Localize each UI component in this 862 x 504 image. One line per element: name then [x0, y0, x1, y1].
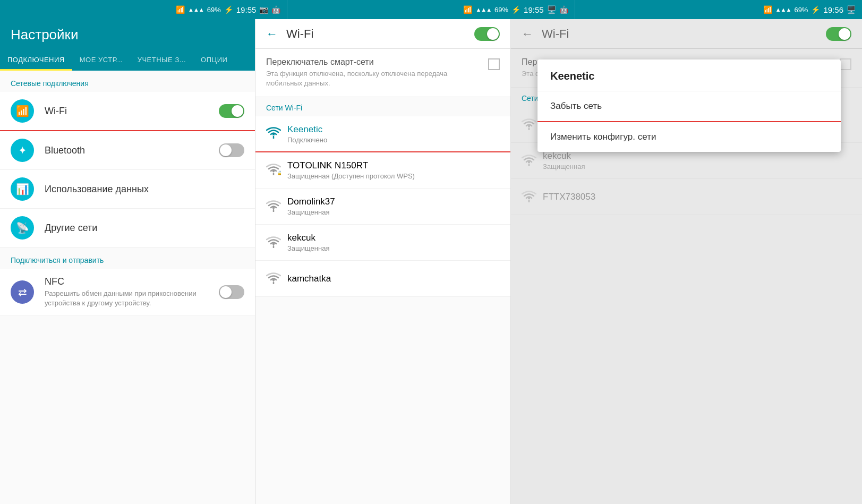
time-1: 19:55: [236, 5, 257, 14]
bolt-icon-3: ⚡: [811, 5, 820, 14]
battery-3: 69%: [794, 6, 808, 14]
wifi-title-2: Wi-Fi: [542, 27, 826, 41]
nfc-desc: Разрешить обмен данными при прикосновени…: [45, 289, 219, 308]
network-keenetic-1[interactable]: Keenetic Подключено: [255, 116, 510, 152]
network-totolink-1[interactable]: 🔒 TOTOLINK N150RT Защищенная (Доступен п…: [255, 152, 510, 189]
status-bar: 📶 ▲▲▲ 69% ⚡ 19:55 📷 🤖 📶 ▲▲▲ 69% ⚡ 19:55 …: [0, 0, 862, 19]
setting-data-usage[interactable]: 📊 Использование данных: [0, 170, 255, 209]
status-panel-3: 📶 ▲▲▲ 69% ⚡ 19:56 🖥️: [575, 0, 862, 19]
setting-wifi[interactable]: 📶 Wi-Fi: [0, 92, 255, 131]
wifi-text: Wi-Fi: [45, 106, 219, 117]
wifi-icon: 📶: [16, 105, 29, 117]
network-kamchatka-text-1: kamchatka: [287, 274, 500, 284]
wifi-signal-keenetic-1: [266, 126, 281, 142]
other-networks-name: Другие сети: [45, 223, 244, 234]
data-icon-circle: 📊: [11, 177, 34, 201]
network-domolink37-1[interactable]: Domolink37 Защищенная: [255, 189, 510, 225]
android-icon-2: 🤖: [559, 5, 568, 14]
data-usage-text: Использование данных: [45, 184, 244, 195]
wifi-signal-totolink-1: 🔒: [266, 163, 281, 178]
smart-checkbox-1[interactable]: [488, 58, 500, 70]
nfc-icon: ⇄: [18, 286, 27, 298]
bluetooth-icon-circle: ✦: [11, 139, 34, 162]
wifi-networks-header-1: Сети Wi-Fi: [255, 97, 510, 116]
tab-options[interactable]: ОПЦИИ: [193, 50, 235, 71]
back-button-2[interactable]: ←: [522, 27, 533, 41]
network-keenetic-text-1: Keenetic Подключено: [287, 124, 500, 144]
wifi-content-2: Переключатель смарт-сети Эта функция отк…: [511, 49, 862, 504]
network-kamchatka-1[interactable]: kamchatka: [255, 261, 510, 297]
wifi-toggle-thumb: [232, 105, 243, 117]
domolink37-status-1: Защищенная: [287, 208, 500, 216]
wifi-signal-kamchatka-1: [266, 271, 281, 286]
settings-tabs: ПОДКЛЮЧЕНИЯ МОЕ УСТР... УЧЕТНЫЕ З... ОПЦ…: [0, 50, 255, 71]
wifi-toggle-thumb-1: [487, 28, 499, 40]
popup-overlay[interactable]: Keenetic Забыть сеть Изменить конфигур. …: [511, 49, 862, 504]
networks-icon-circle: 📡: [11, 216, 34, 240]
wifi-panel-1: ← Wi-Fi Переключатель смарт-сети Эта фун…: [255, 19, 511, 504]
network-domolink37-text-1: Domolink37 Защищенная: [287, 197, 500, 216]
settings-title: Настройки: [11, 27, 79, 43]
bluetooth-text: Bluetooth: [45, 145, 219, 156]
totolink-name-1: TOTOLINK N150RT: [287, 160, 500, 171]
wifi-signal-domolink37-1: [266, 199, 281, 214]
wifi-status-icon-1: 📶: [176, 5, 185, 14]
signal-icon-3: ▲▲▲: [775, 6, 791, 13]
tab-my-device[interactable]: МОЕ УСТР...: [72, 50, 130, 71]
bolt-icon-2: ⚡: [511, 5, 520, 14]
wifi-toggle-header-1[interactable]: [474, 27, 500, 41]
nfc-toggle[interactable]: [219, 285, 244, 299]
domolink37-name-1: Domolink37: [287, 197, 500, 207]
nfc-name: NFC: [45, 276, 219, 287]
popup-menu: Keenetic Забыть сеть Изменить конфигур. …: [537, 59, 841, 152]
other-networks-text: Другие сети: [45, 223, 244, 234]
popup-forget-network[interactable]: Забыть сеть: [537, 91, 841, 122]
signal-icon-1: ▲▲▲: [188, 6, 204, 13]
wifi-panel-2: ← Wi-Fi Переключатель смарт-сети Эта фун…: [511, 19, 862, 504]
battery-1: 69%: [207, 6, 221, 14]
wifi-name: Wi-Fi: [45, 106, 219, 117]
smart-network-section-1: Переключатель смарт-сети Эта функция отк…: [255, 49, 510, 97]
bluetooth-icon: ✦: [18, 144, 27, 157]
wifi-signal-kekcuk-1: [266, 235, 281, 250]
network-totolink-text-1: TOTOLINK N150RT Защищенная (Доступен про…: [287, 160, 500, 180]
status-panel-2: 📶 ▲▲▲ 69% ⚡ 19:55 🖥️ 🤖: [287, 0, 575, 19]
settings-panel: Настройки ПОДКЛЮЧЕНИЯ МОЕ УСТР... УЧЕТНЫ…: [0, 19, 255, 504]
svg-rect-4: [272, 243, 275, 245]
tab-accounts[interactable]: УЧЕТНЫЕ З...: [130, 50, 193, 71]
time-2: 19:55: [524, 5, 544, 14]
bluetooth-name: Bluetooth: [45, 145, 219, 156]
svg-rect-0: [272, 133, 275, 135]
wifi-toggle-header-2[interactable]: [826, 27, 851, 41]
android-icon-1: 🤖: [271, 5, 280, 14]
nfc-icon-circle: ⇄: [11, 280, 34, 304]
section-header-connect: Подключиться и отправить: [0, 247, 255, 269]
main-area: Настройки ПОДКЛЮЧЕНИЯ МОЕ УСТР... УЧЕТНЫ…: [0, 19, 862, 504]
keenetic-status-1: Подключено: [287, 136, 500, 144]
battery-2: 69%: [494, 6, 508, 14]
setting-bluetooth[interactable]: ✦ Bluetooth: [0, 131, 255, 170]
setting-nfc[interactable]: ⇄ NFC Разрешить обмен данными при прикос…: [0, 269, 255, 316]
wifi-status-icon-2: 📶: [463, 5, 472, 14]
back-button-1[interactable]: ←: [266, 27, 278, 41]
nfc-text: NFC Разрешить обмен данными при прикосно…: [45, 276, 219, 308]
setting-other-networks[interactable]: 📡 Другие сети: [0, 209, 255, 247]
wifi-toggle[interactable]: [219, 104, 244, 118]
wifi-header-1: ← Wi-Fi: [255, 19, 510, 49]
other-networks-icon: 📡: [16, 221, 29, 234]
status-panel-1: 📶 ▲▲▲ 69% ⚡ 19:55 📷 🤖: [0, 0, 287, 19]
smart-text-1: Переключатель смарт-сети Эта функция отк…: [266, 57, 480, 88]
signal-icon-2: ▲▲▲: [475, 6, 491, 13]
tab-connections[interactable]: ПОДКЛЮЧЕНИЯ: [0, 50, 72, 71]
svg-text:🔒: 🔒: [277, 170, 281, 175]
network-kekcuk-1[interactable]: kekcuk Защищенная: [255, 225, 510, 261]
wifi-header-2: ← Wi-Fi: [511, 19, 862, 49]
bluetooth-toggle[interactable]: [219, 143, 244, 157]
data-usage-name: Использование данных: [45, 184, 244, 195]
wifi-icon-circle: 📶: [11, 99, 34, 123]
bluetooth-toggle-thumb: [220, 144, 232, 156]
wifi-toggle-thumb-2: [839, 28, 850, 40]
nfc-toggle-thumb: [220, 286, 232, 298]
popup-change-config[interactable]: Изменить конфигур. сети: [537, 122, 841, 152]
network-kekcuk-text-1: kekcuk Защищенная: [287, 233, 500, 252]
